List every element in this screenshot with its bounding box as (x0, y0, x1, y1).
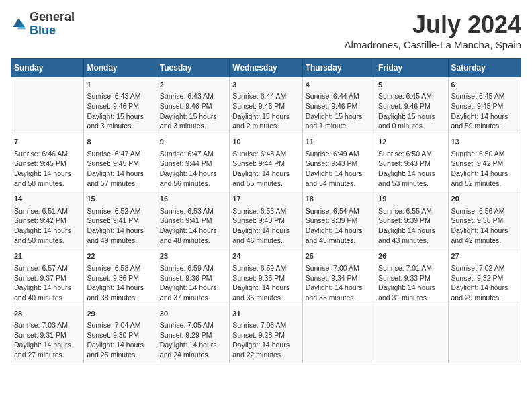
cell-content-line: Sunset: 9:39 PM (306, 216, 372, 226)
cell-content-line: Sunset: 9:45 PM (87, 158, 153, 169)
cell-content-line: Daylight: 14 hours (14, 226, 81, 236)
calendar-cell: 11Sunrise: 6:49 AMSunset: 9:43 PMDayligh… (302, 134, 375, 191)
day-number: 12 (378, 137, 445, 147)
cell-content-line: Sunrise: 6:48 AM (232, 149, 299, 159)
cell-content-line: and 29 minutes. (451, 293, 518, 303)
logo-icon (11, 16, 27, 32)
cell-content-line: Daylight: 15 hours (306, 111, 372, 122)
cell-content-line: and 22 minutes. (232, 350, 299, 360)
cell-content-line: Sunrise: 6:51 AM (14, 206, 81, 216)
day-number: 21 (14, 251, 81, 261)
cell-content-line: Sunset: 9:41 PM (87, 216, 153, 226)
day-number: 3 (232, 80, 299, 90)
cell-content-line: and 31 minutes. (378, 293, 445, 303)
cell-content-line: Sunrise: 6:50 AM (378, 149, 445, 159)
cell-content-line: Daylight: 14 hours (87, 340, 153, 350)
cell-content-line: Daylight: 14 hours (232, 226, 299, 236)
cell-content-line: Sunset: 9:44 PM (232, 158, 299, 169)
calendar-cell: 22Sunrise: 6:58 AMSunset: 9:36 PMDayligh… (84, 248, 157, 306)
cell-content-line: Daylight: 14 hours (306, 169, 372, 179)
cell-content-line: Sunrise: 6:43 AM (87, 91, 153, 101)
day-of-week-header: Saturday (448, 59, 521, 77)
cell-content-line: Sunrise: 6:46 AM (14, 149, 81, 159)
calendar-week-row: 28Sunrise: 7:03 AMSunset: 9:31 PMDayligh… (11, 306, 521, 363)
day-number: 6 (451, 80, 518, 90)
cell-content-line: Daylight: 14 hours (378, 169, 445, 179)
calendar-week-row: 21Sunrise: 6:57 AMSunset: 9:37 PMDayligh… (11, 248, 521, 306)
day-number: 23 (160, 251, 226, 261)
calendar-cell: 13Sunrise: 6:50 AMSunset: 9:42 PMDayligh… (448, 134, 521, 191)
cell-content-line: and 46 minutes. (232, 236, 299, 246)
cell-content-line: Sunrise: 6:47 AM (87, 149, 153, 159)
calendar-cell: 9Sunrise: 6:47 AMSunset: 9:44 PMDaylight… (157, 134, 229, 191)
calendar-cell (11, 77, 84, 134)
cell-content-line: and 57 minutes. (87, 179, 153, 189)
cell-content-line: Daylight: 15 hours (378, 111, 445, 122)
day-number: 27 (451, 251, 518, 261)
cell-content-line: and 52 minutes. (451, 179, 518, 189)
cell-content-line: Daylight: 14 hours (160, 226, 226, 236)
calendar-cell: 1Sunrise: 6:43 AMSunset: 9:46 PMDaylight… (84, 77, 157, 134)
calendar-cell: 25Sunrise: 7:00 AMSunset: 9:34 PMDayligh… (302, 248, 375, 306)
month-title: July 2024 (345, 11, 521, 39)
cell-content-line: Sunrise: 6:59 AM (160, 263, 226, 273)
calendar-cell: 6Sunrise: 6:45 AMSunset: 9:45 PMDaylight… (448, 77, 521, 134)
day-number: 14 (14, 194, 81, 204)
calendar-cell: 17Sunrise: 6:53 AMSunset: 9:40 PMDayligh… (230, 191, 302, 248)
cell-content-line: Daylight: 14 hours (306, 283, 372, 293)
calendar-cell: 21Sunrise: 6:57 AMSunset: 9:37 PMDayligh… (11, 248, 84, 306)
cell-content-line: Daylight: 14 hours (14, 169, 81, 179)
cell-content-line: Sunset: 9:43 PM (378, 158, 445, 169)
calendar-cell: 26Sunrise: 7:01 AMSunset: 9:33 PMDayligh… (375, 248, 448, 306)
cell-content-line: and 25 minutes. (87, 350, 153, 360)
cell-content-line: Daylight: 14 hours (87, 283, 153, 293)
day-of-week-header: Thursday (302, 59, 375, 77)
day-number: 1 (87, 80, 153, 90)
cell-content-line: Sunset: 9:36 PM (87, 273, 153, 283)
logo-text: General Blue (30, 11, 75, 38)
cell-content-line: Sunset: 9:42 PM (14, 216, 81, 226)
cell-content-line: and 42 minutes. (451, 236, 518, 246)
cell-content-line: Sunset: 9:46 PM (306, 101, 372, 111)
day-of-week-header: Wednesday (230, 59, 302, 77)
cell-content-line: Daylight: 14 hours (160, 169, 226, 179)
cell-content-line: Sunset: 9:46 PM (378, 101, 445, 111)
cell-content-line: Daylight: 14 hours (232, 340, 299, 350)
day-number: 22 (87, 251, 153, 261)
calendar-cell: 15Sunrise: 6:52 AMSunset: 9:41 PMDayligh… (84, 191, 157, 248)
day-number: 16 (160, 194, 226, 204)
cell-content-line: and 40 minutes. (14, 293, 81, 303)
cell-content-line: Sunrise: 6:44 AM (306, 91, 372, 101)
cell-content-line: Sunset: 9:46 PM (232, 101, 299, 111)
cell-content-line: Sunrise: 6:54 AM (306, 206, 372, 216)
cell-content-line: Sunrise: 6:59 AM (232, 263, 299, 273)
cell-content-line: Daylight: 14 hours (451, 169, 518, 179)
day-number: 20 (451, 194, 518, 204)
cell-content-line: Sunset: 9:37 PM (14, 273, 81, 283)
calendar-cell: 24Sunrise: 6:59 AMSunset: 9:35 PMDayligh… (230, 248, 302, 306)
cell-content-line: Daylight: 14 hours (378, 283, 445, 293)
day-number: 24 (232, 251, 299, 261)
day-number: 19 (378, 194, 445, 204)
calendar-cell: 18Sunrise: 6:54 AMSunset: 9:39 PMDayligh… (302, 191, 375, 248)
cell-content-line: Sunrise: 6:43 AM (160, 91, 226, 101)
cell-content-line: and 27 minutes. (14, 350, 81, 360)
calendar-cell: 10Sunrise: 6:48 AMSunset: 9:44 PMDayligh… (230, 134, 302, 191)
cell-content-line: Sunset: 9:32 PM (451, 273, 518, 283)
cell-content-line: Sunrise: 7:06 AM (232, 320, 299, 330)
calendar-cell (302, 306, 375, 363)
calendar-cell: 14Sunrise: 6:51 AMSunset: 9:42 PMDayligh… (11, 191, 84, 248)
day-number: 7 (14, 137, 81, 147)
cell-content-line: and 24 minutes. (160, 350, 226, 360)
cell-content-line: Sunset: 9:30 PM (87, 330, 153, 340)
calendar-week-row: 1Sunrise: 6:43 AMSunset: 9:46 PMDaylight… (11, 77, 521, 134)
calendar-cell: 2Sunrise: 6:43 AMSunset: 9:46 PMDaylight… (157, 77, 229, 134)
cell-content-line: Sunrise: 7:05 AM (160, 320, 226, 330)
cell-content-line: and 2 minutes. (232, 121, 299, 131)
cell-content-line: Daylight: 14 hours (87, 169, 153, 179)
day-number: 26 (378, 251, 445, 261)
cell-content-line: Sunrise: 6:56 AM (451, 206, 518, 216)
cell-content-line: Sunrise: 6:45 AM (378, 91, 445, 101)
calendar-cell: 23Sunrise: 6:59 AMSunset: 9:36 PMDayligh… (157, 248, 229, 306)
cell-content-line: Daylight: 14 hours (451, 111, 518, 122)
